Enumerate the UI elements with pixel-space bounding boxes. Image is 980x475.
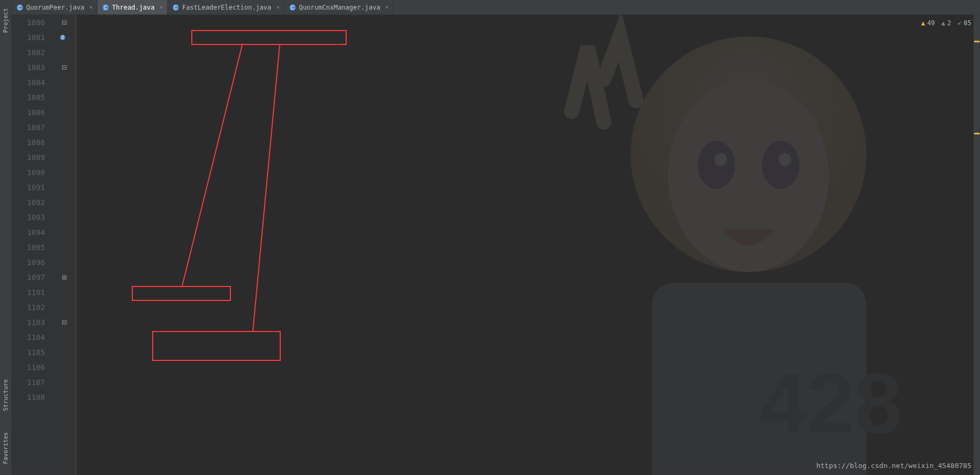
- annotation-box: [152, 331, 281, 361]
- close-icon[interactable]: ×: [159, 4, 163, 11]
- weak-warning-count: ▲2: [941, 19, 951, 27]
- line-number: 1090: [12, 168, 49, 177]
- favorites-label: Favorites: [2, 432, 9, 464]
- svg-point-8: [631, 36, 866, 272]
- line-number: 1108: [12, 393, 49, 402]
- tab-label: QuorumCnxManager.java: [299, 4, 380, 11]
- background-image: 428: [518, 15, 974, 475]
- line-number: 1089: [12, 153, 49, 162]
- editor-tabs: C QuorumPeer.java × C Thread.java × C Fa…: [12, 0, 980, 15]
- annotation-lines: [12, 15, 974, 475]
- svg-text:↓: ↓: [68, 34, 69, 41]
- close-icon[interactable]: ×: [89, 4, 93, 11]
- svg-text:C: C: [103, 5, 107, 11]
- sidebar-tab-project[interactable]: Project: [1, 3, 10, 38]
- svg-point-13: [779, 153, 791, 166]
- class-icon: C: [16, 4, 24, 11]
- fold-minus-icon[interactable]: ⊟: [54, 18, 75, 27]
- line-number: 1097: [12, 273, 49, 282]
- class-icon: C: [172, 4, 179, 11]
- tab-fastleaderelection[interactable]: C FastLeaderElection.java ×: [168, 0, 285, 14]
- code-editor[interactable]: 428 1080⊟ 1081O↓ 1082 1083⊟ 1084 1085 10…: [12, 15, 974, 475]
- tab-quorumcnxmanager[interactable]: C QuorumCnxManager.java ×: [285, 0, 393, 14]
- warning-count: ▲49: [921, 19, 935, 27]
- scrollbar[interactable]: [974, 15, 980, 475]
- svg-text:O: O: [62, 35, 64, 40]
- tab-quorumpeer[interactable]: C QuorumPeer.java ×: [12, 0, 98, 14]
- left-sidebar: Project Structure Favorites: [0, 0, 12, 475]
- override-icon[interactable]: O↓: [54, 34, 75, 41]
- fold-minus-icon[interactable]: ⊟: [54, 318, 75, 327]
- line-number: 1088: [12, 138, 49, 147]
- typo-count: ✔85: [957, 19, 971, 27]
- annotation-box: [132, 286, 231, 301]
- line-number: 1102: [12, 303, 49, 312]
- line-number: 1082: [12, 48, 49, 57]
- fold-plus-icon[interactable]: ⊞: [54, 273, 75, 282]
- line-number: 1095: [12, 243, 49, 252]
- svg-line-19: [182, 45, 242, 286]
- svg-text:428: 428: [759, 355, 902, 451]
- svg-text:C: C: [174, 5, 177, 11]
- close-icon[interactable]: ×: [276, 4, 280, 11]
- sidebar-tab-favorites[interactable]: Favorites: [1, 427, 10, 470]
- svg-point-10: [698, 141, 735, 189]
- line-number: 1101: [12, 288, 49, 297]
- svg-text:C: C: [290, 5, 294, 11]
- line-number: 1081: [12, 33, 49, 42]
- line-number: 1091: [12, 183, 49, 192]
- project-label: Project: [2, 8, 9, 33]
- close-icon[interactable]: ×: [385, 4, 389, 11]
- svg-point-9: [668, 79, 829, 272]
- class-icon: C: [289, 4, 296, 11]
- line-number: 1092: [12, 198, 49, 207]
- tab-label: QuorumPeer.java: [26, 4, 84, 11]
- line-number: 1094: [12, 228, 49, 237]
- sidebar-tab-structure[interactable]: Structure: [1, 374, 10, 417]
- line-number: 1096: [12, 258, 49, 267]
- line-number: 1107: [12, 378, 49, 387]
- line-number: 1093: [12, 213, 49, 222]
- tab-label: FastLeaderElection.java: [182, 4, 271, 11]
- svg-line-20: [253, 45, 280, 331]
- line-number: 1080: [12, 18, 49, 27]
- line-number: 1084: [12, 78, 49, 87]
- line-number: 1085: [12, 93, 49, 102]
- tab-label: Thread.java: [112, 4, 154, 11]
- tab-thread[interactable]: C Thread.java ×: [98, 0, 168, 14]
- svg-point-11: [762, 141, 799, 189]
- svg-rect-14: [652, 283, 866, 475]
- structure-label: Structure: [2, 379, 9, 411]
- fold-minus-icon[interactable]: ⊟: [54, 63, 75, 72]
- class-icon: C: [102, 4, 109, 11]
- line-number: 1086: [12, 108, 49, 117]
- line-number: 1106: [12, 363, 49, 372]
- svg-point-12: [714, 153, 727, 166]
- watermark: https://blog.csdn.net/weixin_45480785: [816, 462, 971, 470]
- annotation-box: [191, 30, 347, 45]
- gutter: 1080⊟ 1081O↓ 1082 1083⊟ 1084 1085 1086 1…: [12, 15, 76, 475]
- line-number: 1087: [12, 123, 49, 132]
- line-number: 1105: [12, 348, 49, 357]
- svg-text:C: C: [18, 5, 21, 11]
- line-number: 1104: [12, 333, 49, 342]
- line-number: 1103: [12, 318, 49, 327]
- inspection-status[interactable]: ▲49 ▲2 ✔85: [921, 19, 971, 27]
- line-number: 1083: [12, 63, 49, 72]
